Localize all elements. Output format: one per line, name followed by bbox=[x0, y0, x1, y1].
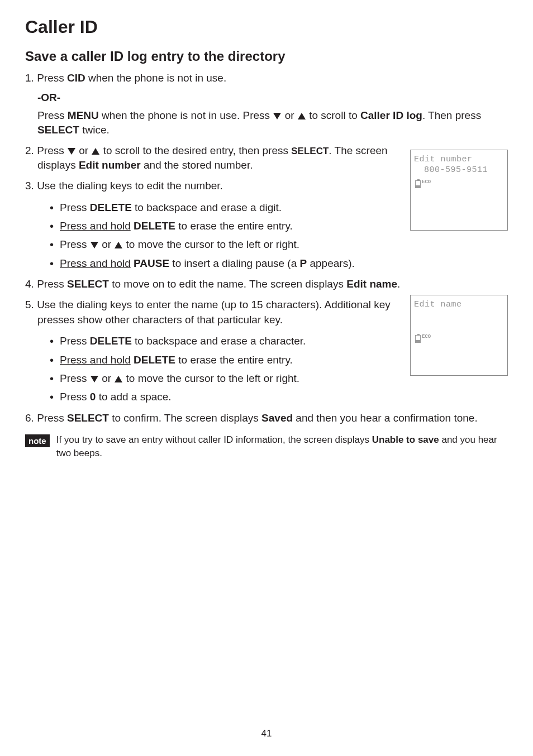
arrow-up-icon bbox=[115, 242, 122, 248]
step-6: 6. Press SELECT to confirm. The screen d… bbox=[25, 411, 508, 426]
note-badge: note bbox=[25, 434, 50, 447]
text: or bbox=[76, 145, 91, 156]
step-3: 3. Use the dialing keys to edit the numb… bbox=[25, 179, 405, 194]
text: and the stored number. bbox=[141, 159, 253, 171]
text: to backspace and erase a character. bbox=[132, 335, 306, 347]
step-2: 2. Press or to scroll to the desired ent… bbox=[25, 143, 405, 173]
bullet-item: Press 0 to add a space. bbox=[50, 389, 405, 405]
text-bold: SELECT bbox=[67, 278, 109, 290]
arrow-down-icon bbox=[273, 113, 281, 119]
or-line: -OR- bbox=[25, 92, 508, 104]
bullet-item: Press DELETE to backspace and erase a di… bbox=[50, 199, 405, 216]
text: Use the dialing keys to enter the name (… bbox=[34, 299, 391, 326]
note-container: note If you try to save an entry without… bbox=[25, 433, 508, 460]
step-num: 4. bbox=[25, 278, 34, 290]
text: to move the cursor to the left or right. bbox=[123, 238, 299, 250]
text: or bbox=[99, 372, 114, 384]
text: to confirm. The screen displays bbox=[109, 412, 261, 424]
text-bold: DELETE bbox=[131, 220, 175, 232]
page-number: 41 bbox=[0, 728, 533, 739]
arrow-down-icon bbox=[91, 242, 98, 248]
battery-icon bbox=[415, 180, 421, 188]
text-bold: Edit number bbox=[79, 159, 141, 171]
text-underline: Press and hold bbox=[60, 354, 131, 366]
screen-line: 800-595-9511 bbox=[424, 165, 504, 175]
step-num: 1. bbox=[25, 72, 34, 84]
text: Press bbox=[34, 278, 67, 290]
arrow-up-icon bbox=[115, 376, 122, 382]
text: to move the cursor to the left or right. bbox=[123, 372, 299, 384]
text-bold: DELETE bbox=[90, 335, 132, 347]
text: Press bbox=[34, 412, 67, 424]
eco-label: ECO bbox=[422, 334, 431, 339]
screen-edit-name: Edit name ECO bbox=[410, 295, 508, 376]
text: Press bbox=[37, 109, 68, 121]
step-5: 5. Use the dialing keys to enter the nam… bbox=[25, 298, 405, 327]
bullet-item: Press and hold DELETE to erase the entir… bbox=[50, 352, 405, 368]
text: when the phone is not in use. Press bbox=[99, 109, 273, 121]
text: to scroll to bbox=[306, 109, 360, 121]
text-bold: Unable to save bbox=[372, 434, 439, 445]
arrow-up-icon bbox=[92, 148, 99, 155]
text: Press bbox=[60, 391, 90, 403]
step-1-alt: Press MENU when the phone is not in use.… bbox=[25, 108, 508, 138]
text: Press bbox=[60, 372, 90, 384]
text: . bbox=[397, 278, 400, 290]
text: to erase the entire entry. bbox=[175, 354, 293, 366]
step-num: 6. bbox=[25, 412, 34, 424]
step-num: 3. bbox=[25, 180, 34, 192]
text-bold: Caller ID log bbox=[360, 109, 422, 121]
eco-label: ECO bbox=[422, 179, 431, 185]
text-bold: PAUSE bbox=[131, 257, 169, 269]
arrow-down-icon bbox=[68, 148, 75, 155]
text: appears). bbox=[307, 257, 355, 269]
screen-line: Edit number bbox=[414, 155, 504, 164]
text: If you try to save an entry without call… bbox=[56, 434, 372, 445]
text-bold: SELECT bbox=[291, 146, 329, 156]
text: Press bbox=[34, 72, 67, 84]
bullet-item: Press or to move the cursor to the left … bbox=[50, 370, 405, 386]
text: or bbox=[99, 238, 114, 250]
text: Press bbox=[60, 238, 90, 250]
bullet-item: Press DELETE to backspace and erase a ch… bbox=[50, 333, 405, 349]
text: Press bbox=[60, 335, 90, 347]
step-1: 1. Press CID when the phone is not in us… bbox=[25, 71, 508, 86]
text: . Then press bbox=[422, 109, 481, 121]
text-bold: CID bbox=[67, 72, 85, 84]
step-num: 2. bbox=[25, 145, 34, 156]
text: twice. bbox=[79, 124, 110, 136]
text: to add a space. bbox=[96, 391, 171, 403]
text-bold: SELECT bbox=[67, 412, 109, 424]
bullet-item: Press and hold PAUSE to insert a dialing… bbox=[50, 255, 405, 271]
page-title: Caller ID bbox=[25, 17, 508, 37]
bullet-item: Press and hold DELETE to erase the entir… bbox=[50, 218, 405, 234]
section-title: Save a caller ID log entry to the direct… bbox=[25, 49, 508, 64]
icon-row: ECO bbox=[414, 179, 504, 189]
bullet-item: Press or to move the cursor to the left … bbox=[50, 236, 405, 252]
text: to insert a dialing pause (a bbox=[169, 257, 299, 269]
arrow-up-icon bbox=[298, 113, 306, 119]
text: Press bbox=[34, 145, 67, 156]
text-bold: MENU bbox=[68, 109, 99, 121]
text-underline: Press and hold bbox=[60, 257, 131, 269]
text: Use the dialing keys to edit the number. bbox=[34, 180, 223, 192]
text-bold: 0 bbox=[90, 391, 96, 403]
step-num: 5. bbox=[25, 299, 34, 310]
text-bold: DELETE bbox=[131, 354, 175, 366]
bullet-list-3: Press DELETE to backspace and erase a di… bbox=[25, 199, 405, 272]
text: or bbox=[282, 109, 297, 121]
text: to backspace and erase a digit. bbox=[132, 202, 282, 213]
arrow-down-icon bbox=[91, 376, 98, 382]
text-bold: SELECT bbox=[37, 124, 79, 136]
text-underline: Press and hold bbox=[60, 220, 131, 232]
text: to scroll to the desired entry, then pre… bbox=[100, 145, 291, 156]
screen-edit-number: Edit number 800-595-9511 ECO bbox=[410, 150, 508, 231]
bullet-list-5: Press DELETE to backspace and erase a ch… bbox=[25, 333, 405, 405]
icon-row: ECO bbox=[414, 334, 504, 344]
battery-icon bbox=[415, 335, 421, 343]
text-bold: DELETE bbox=[90, 202, 132, 213]
step-4: 4. Press SELECT to move on to edit the n… bbox=[25, 277, 405, 292]
screen-line: Edit name bbox=[414, 300, 504, 309]
text: when the phone is not in use. bbox=[85, 72, 226, 84]
text: Press bbox=[60, 202, 90, 213]
